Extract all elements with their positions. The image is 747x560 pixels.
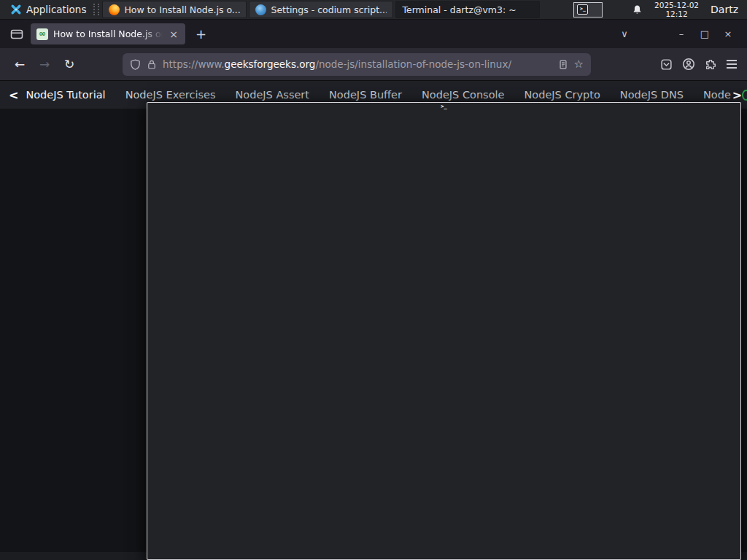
search-icon[interactable] <box>742 90 747 101</box>
tab-nodejs-install[interactable]: ∞ How to Install Node.js on × <box>31 23 185 44</box>
url-bar[interactable]: https://www.geeksforgeeks.org/node-js/in… <box>123 53 591 76</box>
workspace-switcher[interactable]: >_ <box>573 2 603 18</box>
lock-icon[interactable] <box>147 59 157 70</box>
window-button-label: Settings - codium script... <box>271 4 387 15</box>
desktop: Applications How to Install Node.js o...… <box>0 0 747 560</box>
panel-window-button-firefox[interactable]: How to Install Node.js o... <box>102 1 247 18</box>
tab-title: How to Install Node.js on <box>53 28 163 39</box>
new-tab-button[interactable]: + <box>196 26 206 42</box>
browser-maximize-button[interactable]: □ <box>693 28 716 39</box>
menu-hamburger-icon[interactable] <box>727 60 737 68</box>
nav-link[interactable]: Node <box>703 89 731 101</box>
browser-close-button[interactable]: × <box>716 28 740 39</box>
panel-status-area: 2025-12-02 12:12 Dartz <box>632 1 741 18</box>
pocket-icon[interactable] <box>660 58 673 71</box>
url-text: https://www.geeksforgeeks.org/node-js/in… <box>163 58 552 70</box>
browser-window-controls: ∨ – □ × <box>613 20 740 48</box>
forward-button[interactable]: → <box>32 57 57 71</box>
nav-link[interactable]: NodeJS Tutorial <box>26 89 105 101</box>
browser-minimize-button[interactable]: – <box>670 28 693 39</box>
panel-window-button-terminal[interactable]: >_Terminal - dartz@vm3: ~ <box>395 1 540 18</box>
panel-separator <box>93 4 99 15</box>
nav-scroll-left-icon[interactable]: < <box>9 88 18 102</box>
tab-bar: ∞ How to Install Node.js on × + ∨ – □ × <box>0 20 747 48</box>
nav-scroll-right-icon[interactable]: > <box>732 88 742 102</box>
account-icon[interactable] <box>682 58 695 71</box>
notification-bell-icon[interactable] <box>632 4 643 15</box>
url-scheme: https://www. <box>163 58 225 70</box>
tab-close-icon[interactable]: × <box>168 28 179 40</box>
nav-link[interactable]: NodeJS DNS <box>620 89 684 101</box>
top-panel: Applications How to Install Node.js o...… <box>0 0 747 20</box>
list-all-tabs-icon[interactable]: ∨ <box>613 28 636 39</box>
applications-menu[interactable]: Applications <box>6 0 90 19</box>
back-button[interactable]: ← <box>7 57 32 71</box>
clock-time: 12:12 <box>654 9 699 18</box>
panel-window-button-vscodium[interactable]: Settings - codium script... <box>249 1 393 18</box>
window-button-label: Terminal - dartz@vm3: ~ <box>402 4 516 15</box>
window-button-label: How to Install Node.js o... <box>124 4 240 15</box>
geeksforgeeks-favicon: ∞ <box>36 28 48 40</box>
firefox-icon <box>109 4 120 15</box>
workspace-terminal-icon: >_ <box>577 4 588 15</box>
site-nav-links: NodeJS TutorialNodeJS ExercisesNodeJS As… <box>26 89 730 101</box>
user-menu[interactable]: Dartz <box>711 4 738 15</box>
reader-mode-icon[interactable] <box>558 59 568 70</box>
clock[interactable]: 2025-12-02 12:12 <box>654 1 699 18</box>
reload-button[interactable]: ↻ <box>57 57 82 71</box>
nav-link[interactable]: NodeJS Assert <box>235 89 309 101</box>
extensions-puzzle-icon[interactable] <box>705 58 717 71</box>
applications-label: Applications <box>26 4 86 15</box>
clock-date: 2025-12-02 <box>654 1 699 9</box>
site-nav-right: Sign In <box>742 79 747 111</box>
nav-link[interactable]: NodeJS Console <box>422 89 505 101</box>
nav-link[interactable]: NodeJS Crypto <box>524 89 600 101</box>
toolbar-right-icons <box>660 58 740 71</box>
vscodium-icon <box>255 4 266 15</box>
applications-icon <box>10 4 22 15</box>
url-domain: geeksforgeeks.org <box>225 58 316 70</box>
nav-link[interactable]: NodeJS Buffer <box>329 89 402 101</box>
tracking-shield-icon[interactable] <box>130 59 141 70</box>
panel-window-buttons: How to Install Node.js o...Settings - co… <box>102 0 540 19</box>
firefox-view-icon[interactable] <box>10 28 23 40</box>
bookmark-star-icon[interactable]: ☆ <box>574 58 584 71</box>
url-path: /node-js/installation-of-node-js-on-linu… <box>315 58 511 70</box>
navigation-toolbar: ← → ↻ https://www.geeksforgeeks.org/node… <box>0 48 747 81</box>
nav-link[interactable]: NodeJS Exercises <box>125 89 216 101</box>
